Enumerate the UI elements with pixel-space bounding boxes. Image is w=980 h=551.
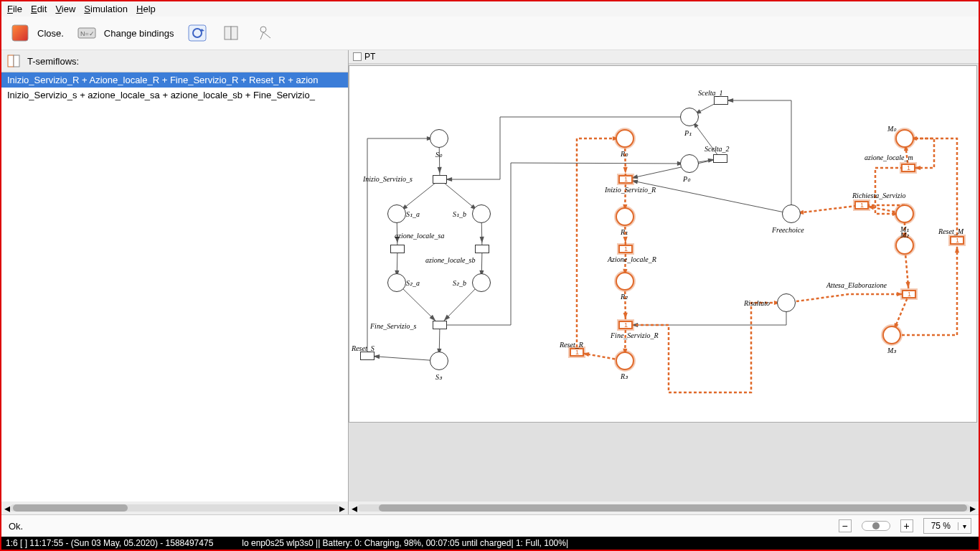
transition-label: Fine_Servizio_R [611,331,659,339]
close-label: Close. [37,28,64,39]
svg-text:N=✓: N=✓ [80,30,95,37]
transition-Fine_Servizio_R[interactable]: 1 [618,321,633,329]
place-label: S₁_a [406,210,420,218]
transition-Scelta_1[interactable] [714,96,728,105]
change-bindings-button[interactable]: N=✓ Change bindings [77,24,174,42]
transition-Fine_Servizio_s[interactable] [433,321,447,329]
transition-label: azione_locale_sa [395,232,444,240]
svg-rect-6 [225,27,231,39]
place-R3[interactable] [616,352,634,370]
transition-azione_locale_sb[interactable] [475,245,489,253]
place-S0[interactable] [430,129,448,148]
canvas-tabbar: PT [349,50,979,64]
svg-marker-18 [480,237,484,243]
svg-rect-3 [189,25,206,41]
place-label: S₁_b [453,210,466,218]
left-panel: T-semiflows: Inizio_Servizio_R + Azione_… [1,50,349,514]
place-S2a[interactable] [387,273,406,292]
chevron-down-icon: ▾ [958,522,971,530]
place-M1[interactable] [895,204,914,223]
list-item[interactable]: Inizio_Servizio_R + Azione_locale_R + Fi… [1,72,348,88]
place-label: Risultato [744,299,770,307]
svg-rect-0 [12,25,28,41]
zoom-value: 75 % [924,521,958,531]
book-icon[interactable] [221,24,242,42]
wm-left: 1:6 [ ] 11:17:55 - (Sun 03 May, 05.2020)… [6,538,213,548]
transition-label: Inizio_Servizio_s [363,175,413,183]
place-P0[interactable] [680,154,699,173]
transition-Scelta_2[interactable] [713,154,727,163]
close-button[interactable]: Close. [10,24,64,42]
transition-label: azione_locale_m [864,154,913,161]
right-hscrollbar[interactable]: ◂ ▸ [349,501,979,514]
menu-view[interactable]: View [55,4,75,14]
scroll-left-arrow[interactable]: ◂ [352,501,357,515]
scroll-right-arrow[interactable]: ▸ [339,501,345,515]
compass-icon[interactable] [255,24,277,42]
transition-Reset_R[interactable]: 1 [570,348,584,357]
zoom-slider[interactable] [862,521,890,531]
place-label: R₃ [621,372,628,380]
left-hscrollbar[interactable]: ◂ ▸ [1,501,348,514]
scroll-thumb[interactable] [13,504,128,512]
transition-Reset_S[interactable] [360,352,374,360]
menu-simulation[interactable]: Simulation [84,4,128,14]
zoom-out-button[interactable]: − [839,519,852,532]
list-item[interactable]: Inizio_Servizio_s + azione_locale_sa + a… [1,88,348,103]
place-M3[interactable] [882,326,901,344]
menu-file[interactable]: File [7,4,22,14]
transition-label: Scelta_1 [698,89,722,97]
refresh-icon[interactable] [187,24,208,42]
menu-edit[interactable]: Edit [31,4,47,14]
place-R0[interactable] [616,129,634,148]
right-panel: PT S₀S₁_aS₁_bS₂_aS₂_bS₃P₁P₀FreechoiceRis… [349,50,979,514]
svg-rect-7 [231,27,237,39]
place-label: S₃ [435,373,442,381]
place-S1a[interactable] [387,204,406,223]
place-R1[interactable] [616,207,634,226]
semiflow-list[interactable]: Inizio_Servizio_R + Azione_locale_R + Fi… [1,72,348,501]
place-label: S₂_a [406,279,420,287]
zoom-in-button[interactable]: + [900,519,913,532]
scroll-left-arrow[interactable]: ◂ [4,501,10,515]
place-label: P₀ [683,175,690,183]
transition-Richiesta_Servizio[interactable]: 1 [854,201,869,209]
status-text: Ok. [9,521,23,532]
zoom-select[interactable]: 75 % ▾ [923,518,971,534]
transition-label: Attesa_Elaborazione [826,281,887,289]
scroll-right-arrow[interactable]: ▸ [970,501,976,515]
tab-pt[interactable]: PT [364,52,375,62]
svg-rect-12 [14,55,19,67]
svg-marker-51 [955,246,959,253]
place-S2b[interactable] [472,273,491,292]
place-Freechoice[interactable] [782,204,801,223]
transition-Attesa_Elaborazione[interactable]: 1 [902,290,916,298]
transition-label: Reset_R [560,341,583,349]
place-R2[interactable] [616,272,634,291]
bindings-icon: N=✓ [77,24,98,42]
transition-azione_locale_sa[interactable] [390,245,405,253]
place-label: R₂ [621,293,628,301]
place-S1b[interactable] [472,204,491,223]
wm-bottom-bar: 1:6 [ ] 11:17:55 - (Sun 03 May, 05.2020)… [1,537,979,550]
petri-net-canvas[interactable]: S₀S₁_aS₁_bS₂_aS₂_bS₃P₁P₀FreechoiceRisult… [349,65,977,423]
place-M0[interactable] [895,129,914,148]
place-label: S₀ [435,151,442,159]
transition-label: Azione_locale_R [608,255,656,263]
transition-Reset_M[interactable]: 1 [950,236,964,245]
place-S3[interactable] [430,352,448,370]
svg-rect-11 [8,55,14,67]
left-panel-title: T-semiflows: [27,56,79,67]
place-P1[interactable] [680,108,699,126]
scroll-thumb[interactable] [379,504,967,512]
transition-label: Richiesta_Servizio [852,192,905,199]
place-Risultato[interactable] [777,293,796,312]
menu-help[interactable]: Help [136,4,156,14]
canvas-gutter [349,423,979,501]
place-label: Freechoice [772,226,804,234]
transition-azione_locale_m[interactable]: 1 [901,164,915,172]
transition-Inizio_Servizio_s[interactable] [433,175,447,184]
transition-Inizio_Servizio_R[interactable]: 1 [618,175,633,184]
transition-Azione_locale_R[interactable]: 1 [618,245,633,253]
svg-marker-34 [623,167,628,174]
